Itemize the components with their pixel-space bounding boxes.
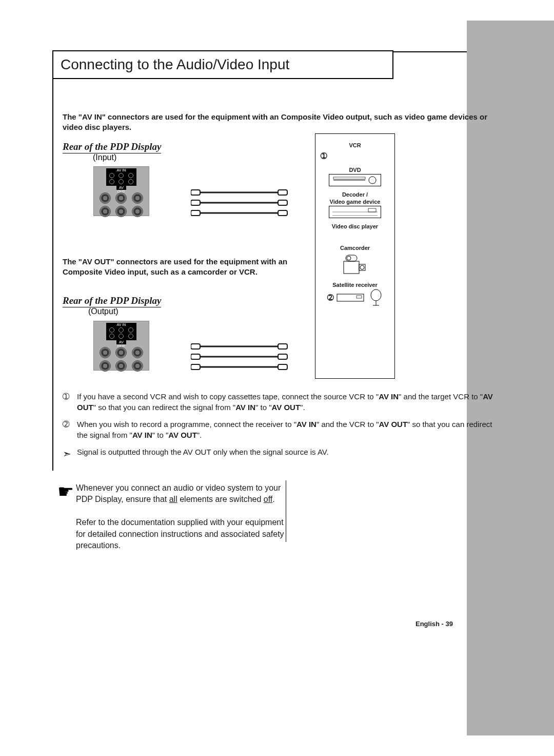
device-disc-label: Video disc player xyxy=(320,223,390,229)
note-1: ➀ If you have a second VCR and wish to c… xyxy=(63,391,496,413)
intro-avin: The "AV IN" connectors are used for the … xyxy=(63,112,493,133)
devices-legend: VCR ➀ DVD Decoder / Video game device Vi… xyxy=(315,133,395,379)
svg-rect-9 xyxy=(191,344,200,349)
rear-panel-input: AV IN AV OUT xyxy=(93,166,149,216)
note-marker-2: ➁ xyxy=(63,419,77,440)
svg-point-31 xyxy=(371,289,381,301)
marker-1: ➀ xyxy=(321,151,327,161)
rca-jack xyxy=(132,192,143,204)
note-marker-1: ➀ xyxy=(63,391,77,413)
svg-rect-14 xyxy=(278,354,287,359)
dish-icon xyxy=(369,289,383,306)
caution-text: Whenever you connect an audio or video s… xyxy=(76,482,293,551)
rca-jack xyxy=(115,192,127,204)
page: Connecting to the Audio/Video Input The … xyxy=(0,0,554,756)
note-text-1: If you have a second VCR and wish to cop… xyxy=(77,391,496,413)
output-subheading: (Output) xyxy=(88,307,118,316)
device-decoder-label: Decoder / xyxy=(320,191,390,198)
label-avout: AV OUT xyxy=(116,186,126,190)
rear-label-text: Rear of the PDP Display xyxy=(63,141,161,153)
svg-rect-29 xyxy=(337,294,364,301)
svg-rect-15 xyxy=(191,364,200,370)
camcorder-icon xyxy=(340,252,370,278)
svg-rect-12 xyxy=(191,354,200,359)
label-avin: AV IN xyxy=(116,323,126,327)
note-marker-arrow: ➣ xyxy=(63,447,77,461)
device-dvd-label: DVD xyxy=(320,167,390,173)
svg-rect-11 xyxy=(278,344,287,349)
svg-rect-17 xyxy=(278,364,287,370)
svg-rect-6 xyxy=(191,210,200,216)
rca-jack xyxy=(100,360,111,372)
svg-rect-30 xyxy=(357,296,362,298)
marker-2: ➁ xyxy=(327,293,334,302)
note-2: ➁ When you wish to record a programme, c… xyxy=(63,419,496,440)
cable-set-output xyxy=(191,343,293,373)
rca-jack xyxy=(115,360,127,372)
svg-rect-5 xyxy=(278,200,287,205)
device-vcr-label: VCR xyxy=(320,142,390,148)
svg-rect-8 xyxy=(278,210,287,216)
svg-point-19 xyxy=(369,177,376,184)
rca-jack xyxy=(100,347,111,358)
svg-rect-2 xyxy=(278,190,287,195)
device-sat-label: Satellite receiver xyxy=(320,282,390,288)
rear-label-text: Rear of the PDP Display xyxy=(63,295,161,307)
rca-jack xyxy=(132,347,143,358)
svg-point-26 xyxy=(360,265,364,269)
note-text-2: When you wish to record a programme, con… xyxy=(77,419,496,440)
svg-rect-24 xyxy=(344,261,359,274)
rca-jack xyxy=(132,206,143,217)
intro-avout: The "AV OUT" connectors are used for the… xyxy=(63,257,309,278)
svg-rect-22 xyxy=(368,208,376,212)
decoder-icon xyxy=(329,206,381,218)
label-avout: AV OUT xyxy=(116,340,126,344)
rca-jack xyxy=(100,206,111,217)
rear-heading-output: Rear of the PDP Display xyxy=(63,295,161,307)
notes-list: ➀ If you have a second VCR and wish to c… xyxy=(63,391,496,467)
label-avin: AV IN xyxy=(116,168,126,172)
rca-jack xyxy=(100,192,111,204)
rca-jack xyxy=(115,347,127,358)
receiver-icon xyxy=(336,292,367,303)
page-title: Connecting to the Audio/Video Input xyxy=(52,50,393,79)
device-game-label: Video game device xyxy=(320,199,390,205)
input-subheading: (Input) xyxy=(93,153,116,162)
rear-panel-output: AV IN AV OUT xyxy=(93,321,149,371)
svg-rect-0 xyxy=(191,190,200,195)
device-camcorder-label: Camcorder xyxy=(320,245,390,251)
svg-rect-27 xyxy=(346,255,357,261)
rca-jack xyxy=(132,360,143,372)
svg-rect-20 xyxy=(333,177,365,179)
caution-note: ☛ Whenever you connect an audio or video… xyxy=(57,482,293,551)
note-3: ➣ Signal is outputted through the AV OUT… xyxy=(63,447,496,461)
note-text-3: Signal is outputted through the AV OUT o… xyxy=(77,447,496,461)
svg-rect-3 xyxy=(191,200,200,205)
rear-heading-input: Rear of the PDP Display xyxy=(63,141,161,153)
svg-point-28 xyxy=(347,256,351,260)
rca-jack xyxy=(115,206,127,217)
dvd-icon xyxy=(329,174,381,186)
cable-set-input xyxy=(191,189,293,219)
page-number: English - 39 xyxy=(416,620,453,628)
pointer-icon: ☛ xyxy=(57,482,76,551)
